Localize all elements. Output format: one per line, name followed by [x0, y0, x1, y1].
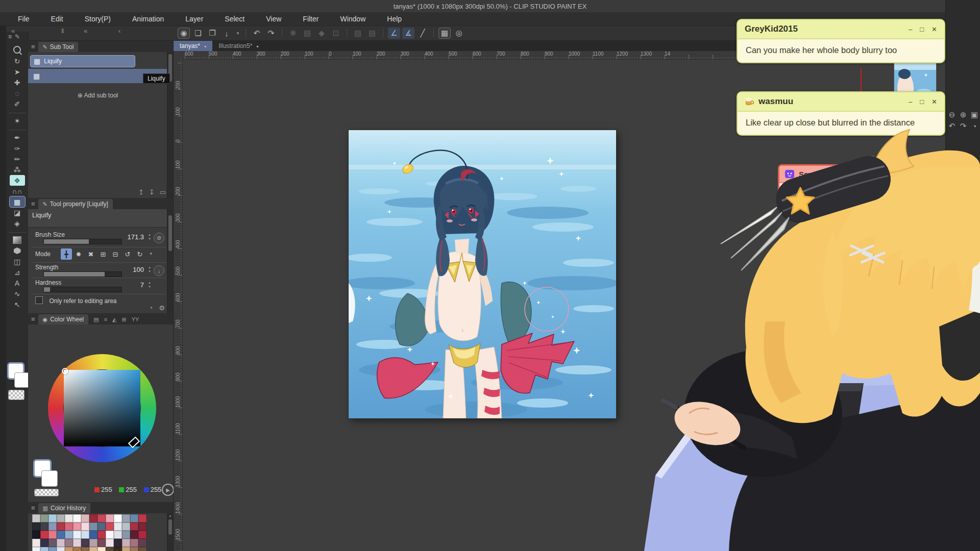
history-swatch[interactable]	[65, 539, 73, 547]
tab-color-mixer[interactable]: ≡	[104, 316, 107, 323]
snap-off-icon[interactable]: ▨	[352, 28, 364, 39]
blend-brush-tool[interactable]: ∩∩	[10, 186, 25, 196]
csp-logo[interactable]: ◉	[178, 28, 190, 39]
text-tool[interactable]: A	[10, 278, 25, 288]
history-swatch[interactable]	[73, 522, 81, 531]
collapse-panel-icon[interactable]: «	[84, 27, 87, 35]
tool-button[interactable]	[9, 229, 26, 233]
history-swatch[interactable]	[32, 531, 40, 539]
zoom-tool[interactable]	[10, 45, 25, 56]
saturation-value-square[interactable]	[64, 370, 140, 446]
menu-help[interactable]: Help	[376, 12, 412, 26]
history-swatch[interactable]	[106, 547, 114, 551]
history-swatch[interactable]	[97, 514, 106, 522]
document-tab-inactive[interactable]: Illustration5* ●	[212, 41, 264, 51]
history-swatch[interactable]	[114, 547, 122, 551]
rotate-canvas-tool[interactable]: ↻	[10, 56, 25, 66]
liquify-tool[interactable]: ▦	[10, 196, 25, 207]
background-color-swatch[interactable]	[14, 372, 30, 388]
history-swatch[interactable]	[122, 547, 130, 551]
history-swatch[interactable]	[138, 514, 146, 522]
select-pen-tool[interactable]: ↖	[10, 299, 25, 310]
history-swatch[interactable]	[48, 547, 57, 551]
mode-twirl-left[interactable]: ↺	[122, 248, 133, 260]
export-subtool-icon[interactable]: ↧	[149, 188, 155, 196]
hardness-stepper[interactable]: ▲▼	[148, 281, 151, 289]
delete-subtool-icon[interactable]: ▭	[160, 188, 166, 196]
history-swatch[interactable]	[122, 514, 130, 522]
subtool-item-liquify[interactable]: ▦ Liquify	[30, 55, 135, 67]
strength-stepper[interactable]: ▲▼	[148, 265, 151, 273]
hardness-slider[interactable]	[43, 287, 122, 292]
history-swatch[interactable]	[130, 547, 138, 551]
new-canvas-icon[interactable]: ❏	[192, 28, 204, 39]
correct-line-tool[interactable]: ∿	[10, 288, 25, 299]
auto-select-tool[interactable]: ✶	[10, 115, 25, 126]
deselect-icon[interactable]: ▧	[301, 28, 313, 39]
history-swatch[interactable]	[73, 539, 81, 547]
history-swatch[interactable]	[122, 539, 130, 547]
redo-icon[interactable]: ↷	[265, 28, 277, 39]
history-swatch[interactable]	[130, 539, 138, 547]
history-swatch[interactable]	[97, 539, 106, 547]
brush-size-slider[interactable]	[43, 239, 122, 244]
history-swatch[interactable]	[138, 539, 146, 547]
import-subtool-icon[interactable]: ↥	[138, 188, 144, 196]
sv-selector[interactable]	[62, 368, 68, 374]
figure-tool[interactable]	[10, 245, 25, 256]
history-swatch[interactable]	[114, 531, 122, 539]
eyedropper-tool[interactable]: ✐	[10, 98, 25, 109]
color-history-scrollbar[interactable]: ▲	[167, 513, 173, 551]
maximize-icon[interactable]: □	[920, 98, 924, 106]
strength-slider[interactable]	[43, 271, 122, 277]
history-swatch[interactable]	[138, 547, 146, 551]
airbrush-tool[interactable]: ⁂	[10, 164, 25, 175]
line-tool-icon[interactable]: ╱	[416, 28, 429, 39]
history-swatch[interactable]	[81, 531, 89, 539]
color-wheel-tab[interactable]: ◉ Color Wheel	[38, 314, 89, 324]
history-swatch[interactable]	[106, 514, 114, 522]
canvas-document[interactable]	[349, 130, 616, 418]
history-swatch[interactable]	[32, 539, 40, 547]
history-swatch[interactable]	[114, 522, 122, 531]
dock-handle-icon[interactable]: ‖	[61, 27, 64, 35]
save-dropdown-icon[interactable]: ▾	[235, 28, 241, 39]
history-swatch[interactable]	[48, 531, 57, 539]
tool-button[interactable]	[9, 126, 26, 130]
color-mode-toggle-icon[interactable]: ▶	[162, 484, 174, 496]
save-icon[interactable]: ↓	[220, 28, 233, 39]
history-swatch[interactable]	[40, 531, 48, 539]
document-tab-active[interactable]: tanyas* ●	[174, 41, 212, 51]
history-swatch[interactable]	[73, 514, 81, 522]
tab-color-set[interactable]: ⊞	[122, 316, 127, 323]
strength-pressure-button[interactable]: ↓	[154, 265, 164, 276]
history-swatch[interactable]	[89, 547, 97, 551]
open-file-icon[interactable]: ❐	[206, 28, 218, 39]
reset-all-icon[interactable]: ◔	[149, 304, 153, 312]
tool-property-scrollbar[interactable]	[167, 209, 173, 313]
toolbar-icon[interactable]	[246, 29, 246, 38]
history-swatch[interactable]	[32, 522, 40, 531]
mode-push-down[interactable]: ⊟	[110, 248, 121, 260]
minimize-icon[interactable]: –	[909, 98, 912, 106]
strength-value[interactable]: 100	[121, 266, 144, 273]
checkbox[interactable]	[35, 296, 43, 304]
history-swatch[interactable]	[57, 522, 65, 531]
brush-size-dynamics-button[interactable]: ⊘	[154, 233, 164, 243]
mode-expand[interactable]: ✹	[73, 248, 84, 260]
minimize-icon[interactable]: –	[909, 26, 912, 33]
history-swatch[interactable]	[106, 522, 114, 531]
history-swatch[interactable]	[65, 514, 73, 522]
editing-area-option[interactable]: Only refer to editing area	[28, 296, 167, 306]
frame-border-tool[interactable]: ◫	[10, 256, 25, 267]
toolbar-icon[interactable]	[433, 29, 434, 38]
menu-view[interactable]: View	[255, 12, 292, 26]
collapse-small-icon[interactable]: ‹	[118, 27, 120, 35]
blend-tool[interactable]: ◈	[10, 218, 25, 229]
spinner-icon[interactable]: ❋	[287, 28, 299, 39]
history-swatch[interactable]	[40, 522, 48, 531]
compass-icon[interactable]: ◎	[453, 28, 465, 39]
menu-file[interactable]: File	[7, 12, 40, 26]
color-history-tab[interactable]: ▥ Color History	[38, 503, 91, 513]
history-swatch[interactable]	[48, 522, 57, 531]
